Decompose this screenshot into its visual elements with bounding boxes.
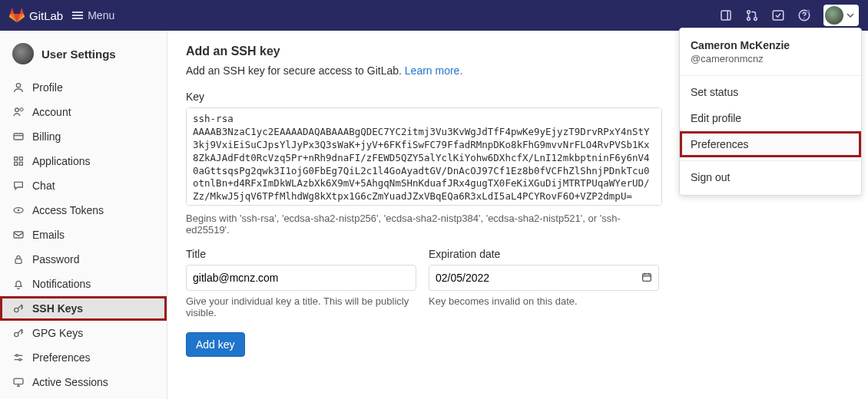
key-helper-text: Begins with 'ssh-rsa', 'ecdsa-sha2-nistp… (186, 213, 662, 236)
sidebar-item-label: Billing (32, 130, 61, 143)
learn-more-link[interactable]: Learn more. (405, 64, 462, 77)
menu-item-preferences[interactable]: Preferences (680, 131, 861, 157)
sidebar-item-label: Notifications (32, 278, 91, 290)
sidebar-header: User Settings (0, 37, 167, 75)
key-icon (12, 327, 25, 339)
todos-icon[interactable] (771, 8, 785, 22)
menu-item-set-status[interactable]: Set status (680, 79, 861, 105)
sidebar-item-password[interactable]: Password (0, 247, 167, 272)
sidebar-item-ssh-keys[interactable]: SSH Keys (0, 296, 167, 321)
user-name: Cameron McKenzie (691, 39, 850, 51)
menu-label: Menu (88, 9, 114, 21)
menu-item-edit-profile[interactable]: Edit profile (680, 105, 861, 131)
menu-divider (680, 160, 861, 161)
user-menu-header: Cameron McKenzie @cameronmcnz (680, 36, 861, 72)
sidebar-item-label: Profile (32, 81, 63, 94)
sidebar-item-label: Chat (32, 180, 55, 192)
gitlab-icon (9, 8, 25, 23)
sidebar-item-label: Emails (32, 229, 65, 241)
sidebar-item-gpg-keys[interactable]: GPG Keys (0, 321, 167, 345)
bell-icon (12, 278, 25, 290)
brand-label: GitLab (29, 9, 63, 22)
chat-icon (12, 180, 25, 192)
expiration-input[interactable] (429, 265, 659, 291)
title-label: Title (186, 248, 416, 260)
menu-divider (680, 75, 861, 76)
sidebar-item-access-tokens[interactable]: Access Tokens (0, 198, 167, 223)
sidebar-item-active-sessions[interactable]: Active Sessions (0, 370, 167, 394)
svg-rect-14 (15, 157, 18, 160)
monitor-icon (12, 376, 25, 388)
merge-request-icon[interactable] (745, 8, 759, 22)
calendar-icon (641, 271, 653, 283)
svg-point-4 (754, 18, 757, 21)
svg-point-9 (16, 84, 20, 87)
sidebar-item-label: Preferences (32, 351, 90, 364)
expiration-helper-text: Key becomes invalid on this date. (429, 295, 659, 307)
title-helper-text: Give your individual key a title. This w… (186, 295, 416, 318)
user-avatar-button[interactable] (823, 5, 859, 26)
svg-point-10 (15, 108, 19, 112)
svg-rect-31 (643, 274, 651, 281)
svg-point-7 (803, 18, 805, 19)
sidebar-avatar-icon (12, 43, 34, 64)
svg-rect-16 (15, 162, 18, 165)
sidebar-item-billing[interactable]: Billing (0, 124, 167, 149)
svg-rect-20 (14, 232, 23, 238)
main-content: Add an SSH key Add an SSH key for secure… (167, 31, 868, 399)
user-menu-dropdown: Cameron McKenzie @cameronmcnz Set status… (679, 28, 862, 196)
svg-point-8 (807, 10, 810, 14)
svg-point-26 (16, 354, 18, 357)
svg-rect-12 (14, 134, 23, 140)
svg-point-22 (15, 308, 18, 312)
svg-point-11 (20, 108, 23, 111)
hamburger-icon (72, 12, 83, 19)
svg-point-3 (747, 18, 750, 21)
sidebar-item-label: GPG Keys (32, 327, 83, 339)
ssh-key-input[interactable] (186, 107, 662, 206)
chevron-down-icon (846, 12, 854, 19)
svg-rect-15 (19, 157, 22, 160)
svg-rect-0 (721, 11, 731, 20)
menu-button[interactable]: Menu (72, 9, 114, 21)
apps-icon (12, 155, 25, 167)
sidebar-item-notifications[interactable]: Notifications (0, 272, 167, 296)
menu-item-sign-out[interactable]: Sign out (680, 164, 861, 190)
sidebar-item-account[interactable]: Account (0, 100, 167, 124)
sidebar-item-label: Active Sessions (32, 376, 108, 388)
svg-point-27 (19, 358, 22, 361)
sidebar-item-label: Password (32, 253, 79, 265)
token-icon (12, 204, 25, 216)
sidebar-item-emails[interactable]: Emails (0, 223, 167, 247)
title-input[interactable] (186, 265, 416, 291)
credit-card-icon (12, 130, 25, 143)
svg-point-2 (747, 11, 750, 14)
sidebar-item-chat[interactable]: Chat (0, 173, 167, 198)
user-handle: @cameronmcnz (691, 53, 850, 64)
add-key-button[interactable]: Add key (186, 332, 245, 357)
svg-point-19 (18, 209, 20, 212)
sidebar-item-label: Access Tokens (32, 204, 104, 216)
gitlab-logo[interactable]: GitLab (9, 8, 63, 23)
svg-rect-28 (14, 378, 23, 384)
sidebar-item-label: Applications (32, 155, 91, 167)
sidebar-title: User Settings (41, 48, 116, 61)
help-icon[interactable] (797, 8, 811, 22)
sidebar: User Settings Profile Account Billing Ap… (0, 31, 167, 399)
sidebar-item-label: Account (32, 106, 71, 118)
expiration-label: Expiration date (429, 248, 659, 260)
svg-point-23 (15, 332, 18, 336)
sidebar-item-applications[interactable]: Applications (0, 149, 167, 173)
avatar-icon (825, 6, 843, 25)
issues-icon[interactable] (719, 8, 733, 22)
svg-rect-5 (773, 11, 784, 20)
user-icon (12, 81, 25, 94)
email-icon (12, 229, 25, 241)
sliders-icon (12, 351, 25, 364)
sidebar-item-preferences[interactable]: Preferences (0, 345, 167, 370)
topbar: GitLab Menu (0, 0, 868, 31)
sidebar-item-profile[interactable]: Profile (0, 75, 167, 100)
sidebar-item-label: SSH Keys (32, 302, 83, 315)
svg-rect-21 (15, 259, 22, 263)
svg-rect-17 (19, 162, 22, 165)
